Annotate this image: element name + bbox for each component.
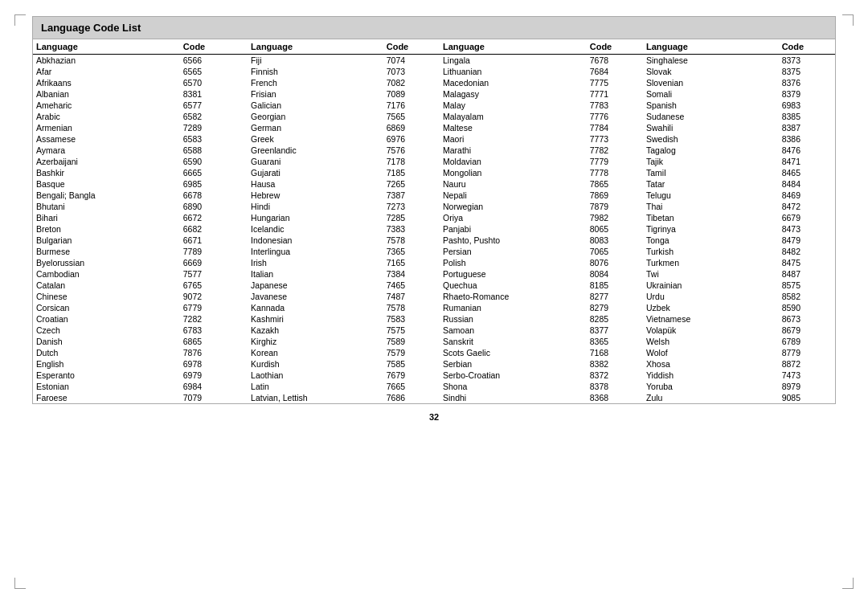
language-cell: Turkmen xyxy=(643,257,779,268)
code-cell: 8381 xyxy=(180,88,248,100)
language-cell: English xyxy=(33,358,180,370)
table-row: Basque6985Hausa7265Nauru7865Tatar8484 xyxy=(33,178,835,190)
table-container: Language Code Language Code Language Cod… xyxy=(32,39,836,404)
table-row: Burmese7789Interlingua7365Persian7065Tur… xyxy=(33,246,835,257)
code-cell: 7879 xyxy=(587,201,643,212)
language-cell: Nepali xyxy=(440,190,587,201)
language-cell: Assamese xyxy=(33,133,180,145)
language-cell: German xyxy=(248,122,383,133)
table-row: Esperanto6979Laothian7679Serbo-Croatian8… xyxy=(33,370,835,381)
language-cell: Bengali; Bangla xyxy=(33,190,180,201)
language-code-table: Language Code Language Code Language Cod… xyxy=(33,39,835,403)
language-cell: Danish xyxy=(33,336,180,347)
code-cell: 8386 xyxy=(779,133,835,145)
code-cell: 7384 xyxy=(383,268,440,280)
code-cell: 6570 xyxy=(180,77,248,88)
code-cell: 7789 xyxy=(180,246,248,257)
language-cell: Korean xyxy=(248,347,383,358)
code-cell: 7773 xyxy=(587,133,643,145)
language-cell: Hebrew xyxy=(248,190,383,201)
code-cell: 7775 xyxy=(587,77,643,88)
code-cell: 7365 xyxy=(383,246,440,257)
code-cell: 7065 xyxy=(587,246,643,257)
language-cell: Azerbaijani xyxy=(33,156,180,167)
code-cell: 7473 xyxy=(779,370,835,381)
language-cell: Tagalog xyxy=(643,145,779,156)
code-cell: 8376 xyxy=(779,77,835,88)
header-language-3: Language xyxy=(440,39,587,55)
table-row: Afrikaans6570French7082Macedonian7775Slo… xyxy=(33,77,835,88)
code-cell: 8365 xyxy=(587,336,643,347)
code-cell: 7577 xyxy=(180,268,248,280)
language-cell: Sindhi xyxy=(440,392,587,403)
language-cell: Catalan xyxy=(33,280,180,291)
code-cell: 6577 xyxy=(180,100,248,111)
code-cell: 7185 xyxy=(383,167,440,178)
code-cell: 8779 xyxy=(779,347,835,358)
header-code-3: Code xyxy=(587,39,643,55)
code-cell: 8471 xyxy=(779,156,835,167)
language-cell: Polish xyxy=(440,257,587,268)
code-cell: 8473 xyxy=(779,223,835,235)
code-cell: 8379 xyxy=(779,88,835,100)
language-cell: Quechua xyxy=(440,280,587,291)
language-cell: Bulgarian xyxy=(33,235,180,246)
table-row: Chinese9072Javanese7487Rhaeto-Romance827… xyxy=(33,291,835,302)
code-cell: 7876 xyxy=(180,347,248,358)
code-cell: 7779 xyxy=(587,156,643,167)
code-cell: 7168 xyxy=(587,347,643,358)
code-cell: 6765 xyxy=(180,280,248,291)
code-cell: 6890 xyxy=(180,201,248,212)
language-cell: Afrikaans xyxy=(33,77,180,88)
table-row: Bihari6672Hungarian7285Oriya7982Tibetan6… xyxy=(33,212,835,223)
table-row: Byelorussian6669Irish7165Polish8076Turkm… xyxy=(33,257,835,268)
language-cell: Volapük xyxy=(643,325,779,336)
language-cell: Slovenian xyxy=(643,77,779,88)
code-cell: 8590 xyxy=(779,302,835,313)
code-cell: 6678 xyxy=(180,190,248,201)
code-cell: 6779 xyxy=(180,302,248,313)
table-header-row: Language Code Language Code Language Cod… xyxy=(33,39,835,55)
header-language-1: Language xyxy=(33,39,180,55)
language-cell: Greenlandic xyxy=(248,145,383,156)
language-cell: Finnish xyxy=(248,66,383,77)
code-cell: 8469 xyxy=(779,190,835,201)
table-row: Croatian7282Kashmiri7583Russian8285Vietn… xyxy=(33,313,835,325)
code-cell: 8475 xyxy=(779,257,835,268)
code-cell: 6682 xyxy=(180,223,248,235)
language-cell: Vietnamese xyxy=(643,313,779,325)
code-cell: 8279 xyxy=(587,302,643,313)
code-cell: 6583 xyxy=(180,133,248,145)
code-cell: 8872 xyxy=(779,358,835,370)
code-cell: 6671 xyxy=(180,235,248,246)
language-cell: Georgian xyxy=(248,111,383,122)
language-cell: Lithuanian xyxy=(440,66,587,77)
code-cell: 7073 xyxy=(383,66,440,77)
language-cell: Tibetan xyxy=(643,212,779,223)
code-cell: 8373 xyxy=(779,55,835,67)
language-cell: Afar xyxy=(33,66,180,77)
table-row: Faroese7079Latvian, Lettish7686Sindhi836… xyxy=(33,392,835,403)
table-row: Assamese6583Greek6976Maori7773Swedish838… xyxy=(33,133,835,145)
language-cell: Panjabi xyxy=(440,223,587,235)
language-cell: Rhaeto-Romance xyxy=(440,291,587,302)
language-cell: Wolof xyxy=(643,347,779,358)
language-cell: Latvian, Lettish xyxy=(248,392,383,403)
header-language-4: Language xyxy=(643,39,779,55)
code-cell: 8482 xyxy=(779,246,835,257)
table-row: Arabic6582Georgian7565Malayalam7776Sudan… xyxy=(33,111,835,122)
language-cell: Tigrinya xyxy=(643,223,779,235)
language-cell: Guarani xyxy=(248,156,383,167)
language-cell: Aymara xyxy=(33,145,180,156)
code-cell: 8472 xyxy=(779,201,835,212)
table-row: Danish6865Kirghiz7589Sanskrit8365Welsh67… xyxy=(33,336,835,347)
code-cell: 8575 xyxy=(779,280,835,291)
table-row: Aymara6588Greenlandic7576Marathi7782Taga… xyxy=(33,145,835,156)
corner-tl xyxy=(14,14,26,26)
language-cell: Indonesian xyxy=(248,235,383,246)
language-cell: Norwegian xyxy=(440,201,587,212)
code-cell: 8582 xyxy=(779,291,835,302)
code-cell: 7585 xyxy=(383,358,440,370)
code-cell: 7273 xyxy=(383,201,440,212)
language-cell: Italian xyxy=(248,268,383,280)
